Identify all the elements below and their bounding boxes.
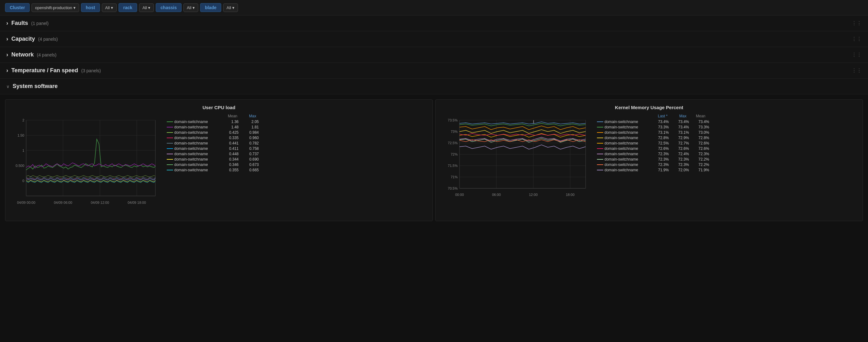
svg-text:1.50: 1.50 (18, 134, 24, 137)
memory-col-last[interactable]: Last * (649, 114, 668, 118)
cluster-button[interactable]: Cluster (5, 3, 30, 12)
cpu-legend-name-3: domain-switchname (174, 136, 218, 140)
memory-legend-last-7: 72.3% (650, 157, 669, 162)
section-faults[interactable]: › Faults (1 panel) ⋮⋮ (0, 16, 868, 31)
memory-legend-max-0: 73.4% (670, 120, 689, 124)
cpu-legend-max-0: 2.05 (240, 120, 259, 124)
drag-handle-faults: ⋮⋮ (851, 20, 862, 26)
memory-col-mean[interactable]: Mean (686, 114, 705, 118)
cpu-legend-color-0 (167, 121, 173, 122)
host-select[interactable]: All ▾ (102, 3, 117, 12)
memory-legend-last-4: 72.5% (650, 141, 669, 145)
cpu-legend-color-9 (167, 170, 173, 170)
cpu-legend-row-0: domain-switchname 1.36 2.05 (167, 120, 259, 124)
cpu-legend-max-1: 1.81 (240, 125, 259, 130)
svg-text:06:00: 06:00 (492, 193, 501, 197)
cluster-select[interactable]: openshift-production ▾ (32, 3, 79, 12)
memory-legend-header: Last * Max Mean (597, 114, 709, 118)
memory-legend-mean-5: 72.6% (690, 146, 709, 151)
section-capacity-subtitle: (4 panels) (38, 37, 58, 41)
memory-legend-name-1: domain-switchname (604, 125, 649, 130)
memory-legend-color-4 (597, 143, 603, 144)
cpu-legend-color-7 (167, 159, 173, 160)
memory-chart-svg-container: 73.5% 73% 72.5% 72% 71.5% 71% 70.5% 00:0… (441, 114, 592, 216)
memory-legend-last-0: 73.4% (650, 120, 669, 124)
memory-col-max[interactable]: Max (668, 114, 686, 118)
memory-legend-max-5: 72.6% (670, 146, 689, 151)
cpu-legend-max-3: 0.960 (240, 136, 259, 140)
cpu-legend-color-2 (167, 132, 173, 133)
svg-text:18:00: 18:00 (566, 193, 575, 197)
drag-handle-network: ⋮⋮ (851, 52, 862, 58)
memory-legend-last-1: 73.3% (650, 125, 669, 130)
blade-button[interactable]: blade (200, 3, 221, 12)
cpu-legend-name-2: domain-switchname (174, 130, 218, 135)
memory-legend-max-4: 72.7% (670, 141, 689, 145)
rack-button[interactable]: rack (119, 3, 137, 12)
memory-legend-mean-1: 73.3% (690, 125, 709, 130)
memory-legend-max-3: 72.9% (670, 136, 689, 140)
memory-legend-color-3 (597, 138, 603, 138)
cpu-legend-max-5: 0.758 (240, 146, 259, 151)
toolbar: Cluster openshift-production ▾ host All … (0, 0, 868, 16)
memory-legend-color-9 (597, 170, 603, 170)
memory-legend-color-1 (597, 127, 603, 127)
cpu-legend-row-4: domain-switchname 0.441 0.782 (167, 141, 259, 145)
section-temperature-subtitle: (3 panels) (81, 68, 101, 73)
chassis-select[interactable]: All ▾ (183, 3, 198, 12)
cpu-legend-mean-2: 0.425 (220, 130, 239, 135)
cpu-legend-name-0: domain-switchname (174, 120, 218, 124)
cpu-legend-name-1: domain-switchname (174, 125, 218, 130)
memory-legend-color-2 (597, 132, 603, 133)
memory-legend-max-6: 72.4% (670, 152, 689, 156)
section-system-software[interactable]: ∨ System software (0, 79, 868, 94)
cpu-legend-row-7: domain-switchname 0.344 0.690 (167, 157, 259, 162)
svg-text:71%: 71% (451, 175, 458, 179)
memory-legend-name-4: domain-switchname (604, 141, 649, 145)
memory-legend-mean-4: 72.6% (690, 141, 709, 145)
svg-text:72.5%: 72.5% (448, 141, 458, 145)
cpu-legend-mean-1: 1.48 (220, 125, 239, 130)
blade-select[interactable]: All ▾ (223, 3, 238, 12)
cpu-legend-name-6: domain-switchname (174, 152, 218, 156)
cpu-legend-max-7: 0.690 (240, 157, 259, 162)
memory-legend-max-9: 72.0% (670, 168, 689, 172)
section-network[interactable]: › Network (4 panels) ⋮⋮ (0, 47, 868, 63)
memory-chart-panel: Kernel Memory Usage Percent 73.5% 73% 72… (435, 99, 863, 221)
memory-legend-row-7: domain-switchname 72.3% 72.3% 72.2% (597, 157, 709, 162)
svg-text:0: 0 (22, 179, 24, 183)
svg-text:70.5%: 70.5% (448, 187, 458, 190)
cpu-col-max[interactable]: Max (237, 114, 256, 118)
svg-text:04/09 06:00: 04/09 06:00 (54, 201, 72, 204)
memory-legend-color-7 (597, 159, 603, 160)
memory-chart-content: 73.5% 73% 72.5% 72% 71.5% 71% 70.5% 00:0… (441, 114, 858, 216)
memory-legend-mean-8: 72.2% (690, 163, 709, 167)
cpu-legend-max-9: 0.665 (240, 168, 259, 172)
memory-legend-last-9: 71.9% (650, 168, 669, 172)
cpu-legend-row-8: domain-switchname 0.346 0.673 (167, 163, 259, 167)
memory-legend-row-6: domain-switchname 72.3% 72.4% 72.3% (597, 152, 709, 156)
cpu-legend-row-9: domain-switchname 0.355 0.665 (167, 168, 259, 172)
memory-legend-name-8: domain-switchname (604, 163, 649, 167)
svg-text:2: 2 (22, 118, 24, 122)
cpu-col-mean[interactable]: Mean (218, 114, 237, 118)
svg-text:04/09 12:00: 04/09 12:00 (91, 201, 109, 204)
section-temperature[interactable]: › Temperature / Fan speed (3 panels) ⋮⋮ (0, 63, 868, 79)
cpu-legend-mean-5: 0.411 (220, 146, 239, 151)
host-button[interactable]: host (81, 3, 100, 12)
memory-legend-last-5: 72.6% (650, 146, 669, 151)
memory-legend-max-2: 73.1% (670, 130, 689, 135)
section-capacity[interactable]: › Capacity (4 panels) ⋮⋮ (0, 31, 868, 47)
rack-select[interactable]: All ▾ (139, 3, 154, 12)
memory-chart-title: Kernel Memory Usage Percent (441, 105, 858, 110)
cpu-legend-mean-8: 0.346 (220, 163, 239, 167)
chassis-button[interactable]: chassis (156, 3, 181, 12)
cpu-legend-max-8: 0.673 (240, 163, 259, 167)
cpu-legend-mean-4: 0.441 (220, 141, 239, 145)
memory-legend-last-6: 72.3% (650, 152, 669, 156)
memory-legend-row-5: domain-switchname 72.6% 72.6% 72.6% (597, 146, 709, 151)
memory-legend-color-0 (597, 121, 603, 122)
memory-legend-name-3: domain-switchname (604, 136, 649, 140)
memory-legend-row-3: domain-switchname 72.8% 72.9% 72.8% (597, 136, 709, 140)
cpu-chart-svg-container: 2 1.50 1 0.500 0 04/09 00:00 04/09 06:00… (10, 114, 162, 216)
